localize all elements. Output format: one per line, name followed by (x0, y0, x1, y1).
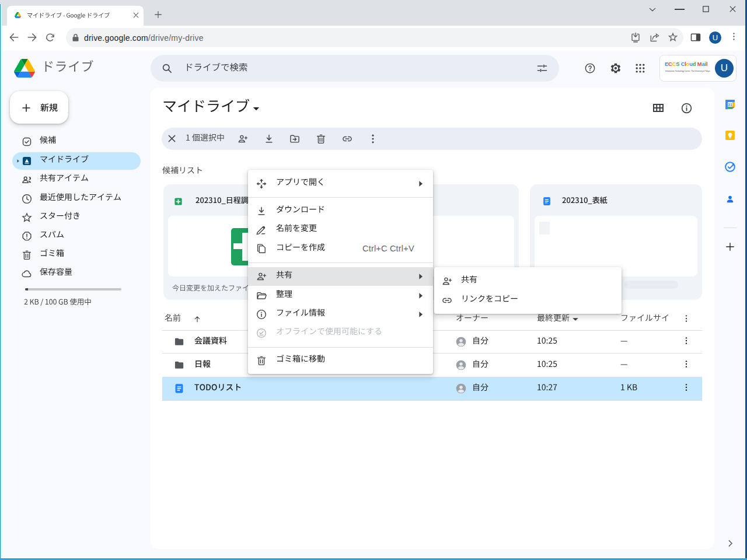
svg-text:31: 31 (728, 103, 732, 107)
